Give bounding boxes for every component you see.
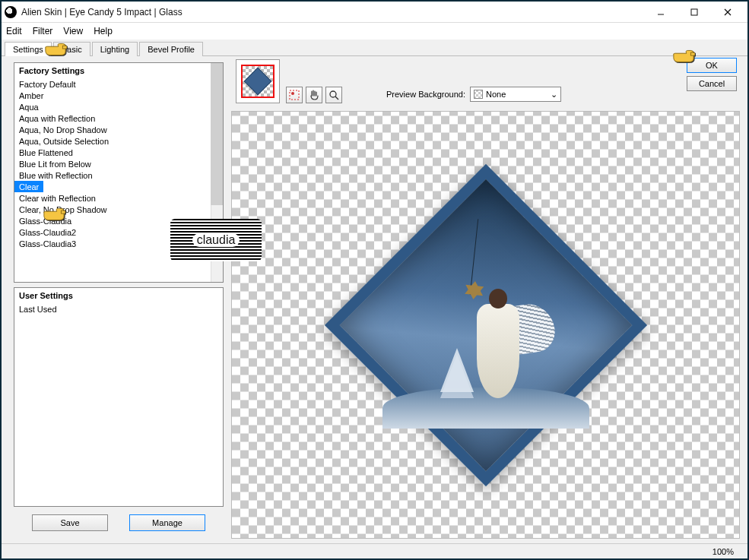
user-settings-list[interactable]: User Settings Last Used xyxy=(14,287,224,507)
minimize-button[interactable] xyxy=(644,3,678,21)
list-item[interactable]: Aqua, No Drop Shadow xyxy=(14,124,223,135)
list-item[interactable]: Blue Lit from Below xyxy=(14,158,223,169)
cancel-button[interactable]: Cancel xyxy=(687,76,737,91)
user-settings-header: User Settings xyxy=(14,288,223,303)
tab-bar: Settings Basic Lighting Bevel Profile xyxy=(2,40,747,56)
thumbnail-selected xyxy=(241,65,275,98)
preview-artwork xyxy=(324,163,646,486)
manage-button[interactable]: Manage xyxy=(129,514,205,531)
zoom-tool-icon[interactable] xyxy=(325,87,342,103)
transparency-swatch-icon xyxy=(474,90,483,99)
list-item[interactable]: Blue Flattened xyxy=(14,147,223,158)
menu-bar: Edit Filter View Help xyxy=(2,23,747,40)
svg-rect-1 xyxy=(691,9,697,15)
list-item[interactable]: Clear, No Drop Shadow xyxy=(14,204,223,215)
list-item[interactable]: Aqua with Reflection xyxy=(14,112,223,124)
save-button[interactable]: Save xyxy=(32,514,108,531)
list-item[interactable]: Aqua, Outside Selection xyxy=(14,135,223,147)
preview-bg-value: None xyxy=(486,90,506,99)
chevron-down-icon: ⌄ xyxy=(551,90,557,100)
svg-point-6 xyxy=(291,92,294,95)
tool-icons xyxy=(286,87,342,103)
settings-panel: Factory Settings Factory Default Amber A… xyxy=(2,56,230,543)
list-item[interactable]: Factory Default xyxy=(14,78,223,90)
settings-buttons: Save Manage xyxy=(14,511,224,537)
svg-line-8 xyxy=(335,96,338,100)
list-item[interactable]: Blue with Reflection xyxy=(14,169,223,181)
menu-filter[interactable]: Filter xyxy=(33,26,53,36)
dialog-buttons: OK Cancel xyxy=(687,58,737,91)
svg-rect-5 xyxy=(290,90,299,100)
svg-point-7 xyxy=(330,91,336,97)
close-button[interactable] xyxy=(711,3,744,21)
preview-panel: OK Cancel Preview Background: xyxy=(230,56,747,543)
window-controls xyxy=(644,3,744,21)
preview-bg-label: Preview Background: xyxy=(386,90,465,99)
preview-bg-select[interactable]: None ⌄ xyxy=(470,87,561,102)
preview-background-control: Preview Background: None ⌄ xyxy=(386,87,561,102)
tab-settings[interactable]: Settings xyxy=(5,42,52,56)
preview-canvas[interactable] xyxy=(231,111,740,539)
list-item[interactable]: Amber xyxy=(14,90,223,101)
window-title: Alien Skin | Eye Candy 5 Impact | Glass xyxy=(21,7,644,17)
menu-view[interactable]: View xyxy=(63,26,83,36)
factory-settings-header: Factory Settings xyxy=(14,63,223,78)
list-item[interactable]: Last Used xyxy=(14,303,223,315)
preview-toolbar: Preview Background: None ⌄ xyxy=(230,56,747,109)
scrollbar-thumb[interactable] xyxy=(211,63,223,205)
zoom-level: 100% xyxy=(713,547,734,556)
thumbnail[interactable] xyxy=(236,59,280,103)
list-item[interactable]: Clear with Reflection xyxy=(14,192,223,204)
list-item[interactable]: Aqua xyxy=(14,101,223,112)
marquee-tool-icon[interactable] xyxy=(286,87,303,103)
tab-bevel-profile[interactable]: Bevel Profile xyxy=(139,42,203,56)
app-icon xyxy=(5,6,17,18)
ok-button[interactable]: OK xyxy=(687,58,737,73)
menu-edit[interactable]: Edit xyxy=(6,26,22,36)
tab-lighting[interactable]: Lighting xyxy=(92,42,138,56)
status-bar: 100% xyxy=(2,543,747,558)
list-item-selected[interactable]: Clear xyxy=(14,181,43,192)
pan-tool-icon[interactable] xyxy=(306,87,322,103)
title-bar: Alien Skin | Eye Candy 5 Impact | Glass xyxy=(2,2,747,23)
tab-basic[interactable]: Basic xyxy=(53,42,90,56)
watermark: claudia xyxy=(170,219,262,261)
maximize-button[interactable] xyxy=(678,3,711,21)
menu-help[interactable]: Help xyxy=(94,26,113,36)
